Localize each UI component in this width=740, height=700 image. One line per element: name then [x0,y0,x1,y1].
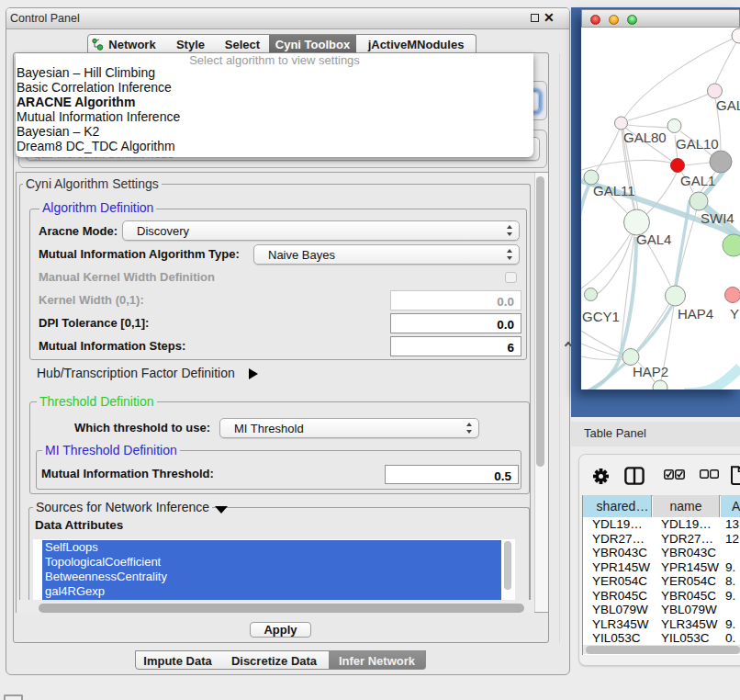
svg-text:GAL11: GAL11 [593,183,635,198]
svg-text:SWI4: SWI4 [701,210,734,226]
svg-text:HAP4: HAP4 [678,306,713,322]
svg-text:GCY1: GCY1 [582,309,620,324]
svg-text:GAL1: GAL1 [680,173,715,188]
svg-text:GAL4: GAL4 [636,231,671,247]
svg-text:HAP2: HAP2 [633,364,668,379]
svg-text:GAL7: GAL7 [716,97,740,113]
svg-text:Y: Y [730,306,739,322]
svg-text:GAL10: GAL10 [676,136,719,152]
svg-text:GAL80: GAL80 [623,130,667,145]
